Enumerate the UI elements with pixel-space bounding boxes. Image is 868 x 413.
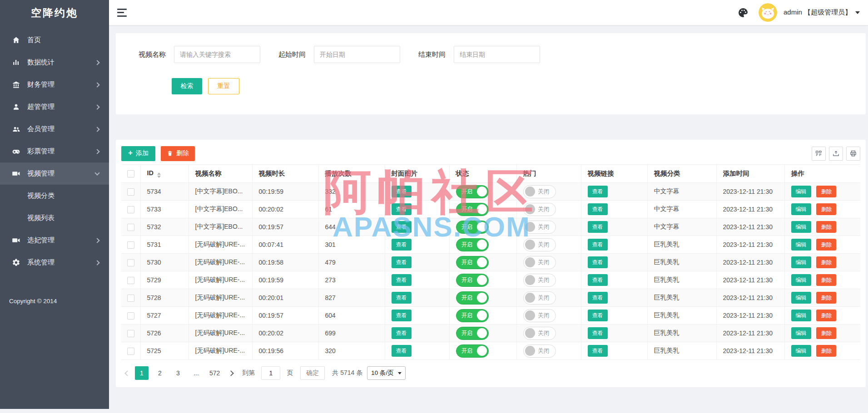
columns-filter-button[interactable] [812,147,826,161]
page-number[interactable]: 3 [171,366,185,380]
page-number[interactable]: 1 [135,366,149,380]
cover-view-button[interactable]: 查看 [392,221,412,233]
sidebar-item-lottery[interactable]: 彩票管理 [0,140,109,162]
start-date-input[interactable] [314,46,400,63]
edit-button[interactable]: 编辑 [791,274,811,286]
status-toggle-on[interactable]: 开启 [456,238,489,251]
hot-toggle-off[interactable]: 关闭 [523,185,556,198]
status-toggle-on[interactable]: 开启 [456,309,489,322]
link-view-button[interactable]: 查看 [588,274,608,286]
hot-toggle-off[interactable]: 关闭 [523,238,556,251]
reset-button[interactable]: 重置 [208,78,239,94]
goto-page-input[interactable] [261,366,280,380]
status-toggle-on[interactable]: 开启 [456,291,489,305]
row-checkbox[interactable] [127,241,134,249]
row-delete-button[interactable]: 删除 [816,203,836,215]
hot-toggle-off[interactable]: 关闭 [523,327,556,340]
cover-view-button[interactable]: 查看 [392,203,412,215]
edit-button[interactable]: 编辑 [791,239,811,251]
edit-button[interactable]: 编辑 [791,186,811,197]
delete-button[interactable]: 删除 [161,146,195,161]
status-toggle-on[interactable]: 开启 [456,203,489,216]
link-view-button[interactable]: 查看 [588,203,608,215]
cover-view-button[interactable]: 查看 [392,256,412,268]
hamburger-menu-icon[interactable] [117,9,129,17]
add-button[interactable]: + 添加 [121,146,155,161]
edit-button[interactable]: 编辑 [791,327,811,339]
row-delete-button[interactable]: 删除 [816,292,836,304]
link-view-button[interactable]: 查看 [588,221,608,233]
row-checkbox[interactable] [127,295,134,302]
sidebar-item-stats[interactable]: 数据统计 [0,51,109,74]
cover-view-button[interactable]: 查看 [392,292,412,304]
row-delete-button[interactable]: 删除 [816,186,836,197]
select-all-checkbox[interactable] [127,170,134,177]
row-checkbox[interactable] [127,348,134,355]
sidebar-item-video[interactable]: 视频管理 [0,162,109,185]
link-view-button[interactable]: 查看 [588,327,608,339]
edit-button[interactable]: 编辑 [791,221,811,233]
sort-icon[interactable] [157,172,161,178]
link-view-button[interactable]: 查看 [588,310,608,321]
row-delete-button[interactable]: 删除 [816,327,836,339]
edit-button[interactable]: 编辑 [791,203,811,215]
sidebar-item-members[interactable]: 会员管理 [0,118,109,140]
hot-toggle-off[interactable]: 关闭 [523,203,556,216]
hot-toggle-off[interactable]: 关闭 [523,221,556,234]
row-delete-button[interactable]: 删除 [816,239,836,251]
row-delete-button[interactable]: 删除 [816,274,836,286]
row-checkbox[interactable] [127,188,134,196]
edit-button[interactable]: 编辑 [791,292,811,304]
row-checkbox[interactable] [127,312,134,320]
link-view-button[interactable]: 查看 [588,345,608,357]
prev-page-icon[interactable] [124,370,130,376]
edit-button[interactable]: 编辑 [791,310,811,321]
link-view-button[interactable]: 查看 [588,186,608,197]
row-delete-button[interactable]: 删除 [816,310,836,321]
edit-button[interactable]: 编辑 [791,256,811,268]
per-page-select[interactable]: 10 条/页 [367,366,406,380]
export-button[interactable] [829,147,843,161]
search-button[interactable]: 检索 [172,78,202,94]
sidebar-item-system[interactable]: 系统管理 [0,251,109,274]
hot-toggle-off[interactable]: 关闭 [523,291,556,305]
link-view-button[interactable]: 查看 [588,239,608,251]
next-page-icon[interactable] [228,370,234,376]
page-number[interactable]: ... [189,366,203,380]
print-button[interactable] [846,147,860,161]
link-view-button[interactable]: 查看 [588,256,608,268]
row-delete-button[interactable]: 删除 [816,221,836,233]
status-toggle-on[interactable]: 开启 [456,185,489,198]
row-delete-button[interactable]: 删除 [816,345,836,357]
hot-toggle-off[interactable]: 关闭 [523,256,556,269]
video-name-input[interactable] [174,46,260,63]
row-checkbox[interactable] [127,330,134,337]
row-checkbox[interactable] [127,206,134,213]
edit-button[interactable]: 编辑 [791,345,811,357]
cover-view-button[interactable]: 查看 [392,274,412,286]
link-view-button[interactable]: 查看 [588,292,608,304]
row-checkbox[interactable] [127,259,134,266]
status-toggle-on[interactable]: 开启 [456,344,489,358]
goto-confirm-button[interactable]: 确定 [300,366,325,380]
status-toggle-on[interactable]: 开启 [456,327,489,340]
page-number[interactable]: 572 [208,366,222,380]
end-date-input[interactable] [454,46,540,63]
status-toggle-on[interactable]: 开启 [456,256,489,269]
page-number[interactable]: 2 [153,366,167,380]
hot-toggle-off[interactable]: 关闭 [523,274,556,287]
cover-view-button[interactable]: 查看 [392,310,412,321]
sidebar-item-finance[interactable]: 财务管理 [0,74,109,96]
status-toggle-on[interactable]: 开启 [456,221,489,234]
row-checkbox[interactable] [127,224,134,231]
sidebar-item-girls[interactable]: 选妃管理 [0,229,109,251]
row-delete-button[interactable]: 删除 [816,256,836,268]
sidebar-item-superadmin[interactable]: 超管管理 [0,96,109,118]
user-avatar[interactable] [759,3,777,22]
cover-view-button[interactable]: 查看 [392,239,412,251]
header-id[interactable]: ID [140,165,188,183]
theme-palette-icon[interactable] [738,7,749,18]
cover-view-button[interactable]: 查看 [392,186,412,197]
row-checkbox[interactable] [127,277,134,284]
sidebar-subitem-video-list[interactable]: 视频列表 [0,207,109,229]
